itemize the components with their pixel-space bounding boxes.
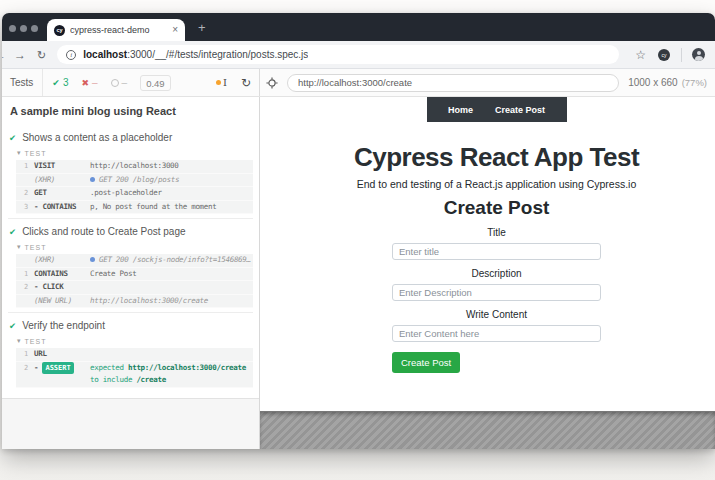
tab-title: cypress-react-demo <box>70 25 168 35</box>
title-input[interactable] <box>392 243 601 260</box>
header-divider <box>42 69 43 96</box>
form-heading: Create Post <box>392 197 601 219</box>
command-number <box>16 295 34 308</box>
command-row[interactable]: (XHR)GET 200 /sockjs-node/info?t=1546869… <box>16 254 253 268</box>
test-section-toggle[interactable]: ▾TEST <box>17 149 253 157</box>
command-message: http://localhost:3000/create <box>90 295 251 308</box>
traffic-light-dot[interactable] <box>9 25 16 32</box>
command-rows: 1VISIThttp://localhost:3000(XHR)GET 200 … <box>16 160 253 214</box>
url-text: localhost:3000/__/#/tests/integration/po… <box>83 49 308 60</box>
address-bar[interactable]: i localhost:3000/__/#/tests/integration/… <box>57 45 619 64</box>
passed-stat: ✔ 3 <box>52 77 68 88</box>
section-label: TEST <box>25 244 47 251</box>
assert-line-1: expected http://localhost:3000/create <box>90 362 251 375</box>
content-label: Write Content <box>392 309 601 320</box>
assert-actual: http://localhost:3000/create <box>128 363 246 372</box>
reporter-panel: A sample mini blog using React ✔Shows a … <box>2 97 260 449</box>
command-number <box>16 174 34 187</box>
viewport-size[interactable]: 1000 x 660 <box>628 77 678 88</box>
nav-link-create-post[interactable]: Create Post <box>495 105 545 115</box>
test-title: Verify the endpoint <box>22 320 105 331</box>
traffic-light-dot[interactable] <box>20 25 27 32</box>
runner-toolbar: Tests ✔ 3 ✖ – – 0.49 I ↻ <box>2 69 715 97</box>
pending-circle-icon <box>111 79 119 87</box>
bookmark-star-icon[interactable]: ☆ <box>635 48 646 62</box>
command-name: (XHR) <box>34 254 90 267</box>
test-title: Clicks and route to Create Post page <box>22 226 185 237</box>
browser-tab[interactable]: cy cypress-react-demo × <box>47 19 185 41</box>
profile-avatar-icon[interactable] <box>692 48 705 61</box>
test-section-toggle[interactable]: ▾TEST <box>17 337 253 345</box>
runner-content: A sample mini blog using React ✔Shows a … <box>2 97 715 449</box>
command-row[interactable]: 2GET.post-placeholder <box>16 187 253 201</box>
command-number: 2 <box>16 362 34 387</box>
xhr-status-dot-icon <box>90 177 95 182</box>
close-tab-icon[interactable]: × <box>172 25 178 35</box>
command-message: p, No post found at the moment <box>90 201 251 214</box>
command-row[interactable]: 1VISIThttp://localhost:3000 <box>16 160 253 174</box>
browser-window: cy cypress-react-demo × + ← → ↻ i localh… <box>2 13 715 449</box>
cypress-extension-icon[interactable]: cy <box>658 49 670 61</box>
duration-badge: 0.49 <box>140 75 171 91</box>
back-icon[interactable]: ← <box>2 49 6 61</box>
command-message <box>90 348 251 361</box>
reload-icon[interactable]: ↻ <box>37 49 46 61</box>
command-message: Create Post <box>90 268 251 281</box>
tab-strip: cy cypress-react-demo × + <box>2 13 715 41</box>
assert-dash: - <box>34 363 42 372</box>
command-row[interactable]: 1URL <box>16 348 253 362</box>
test-item: ✔Verify the endpoint▾TEST1URL2- ASSERTex… <box>8 312 253 388</box>
window-controls[interactable] <box>9 25 38 32</box>
forward-icon[interactable]: → <box>14 49 26 61</box>
command-message: http://localhost:3000 <box>90 160 251 173</box>
command-rows: 1URL2- ASSERTexpected http://localhost:3… <box>16 348 253 388</box>
command-row[interactable]: 1CONTAINSCreate Post <box>16 268 253 282</box>
create-post-button[interactable]: Create Post <box>392 352 460 373</box>
back-to-tests-link[interactable]: Tests <box>10 77 33 88</box>
command-message: GET 200 /sockjs-node/info?t=1546869… <box>90 254 251 267</box>
command-number: 1 <box>16 348 34 361</box>
test-item: ✔Clicks and route to Create Post page▾TE… <box>8 218 253 308</box>
command-name: GET <box>34 187 90 200</box>
command-row[interactable]: 2- CLICK <box>16 281 253 295</box>
new-tab-icon[interactable]: + <box>198 21 206 34</box>
command-row[interactable]: (XHR)GET 200 /blog/posts <box>16 174 253 188</box>
command-row[interactable]: 3- CONTAINSp, No post found at the momen… <box>16 201 253 215</box>
command-row[interactable]: (NEW URL)http://localhost:3000/create <box>16 295 253 309</box>
text-cursor-indicator[interactable]: I <box>216 77 227 88</box>
nav-link-home[interactable]: Home <box>448 105 473 115</box>
traffic-light-dot[interactable] <box>31 25 38 32</box>
test-section-toggle[interactable]: ▾TEST <box>17 243 253 251</box>
info-icon[interactable]: i <box>66 50 76 60</box>
section-label: TEST <box>25 150 47 157</box>
aut-stage: Home Create Post Cypress React App Test … <box>260 97 715 449</box>
failed-stat: ✖ – <box>81 77 97 88</box>
aut-url[interactable]: http://localhost:3000/create <box>287 74 619 92</box>
command-number: 2 <box>16 281 34 294</box>
command-number <box>16 254 34 267</box>
command-name: CONTAINS <box>34 268 90 281</box>
app-title: Cypress React App Test <box>278 142 715 173</box>
ibeam-cursor-icon: I <box>223 77 227 88</box>
assert-expected: /create <box>136 375 166 384</box>
content-input[interactable] <box>392 325 601 342</box>
command-name: (XHR) <box>34 174 90 187</box>
collapse-caret-icon: ▾ <box>17 243 21 251</box>
command-name: - CLICK <box>34 281 90 294</box>
restart-tests-icon[interactable]: ↻ <box>241 77 251 89</box>
description-input[interactable] <box>392 284 601 301</box>
assert-line-2: to include /create <box>90 374 251 387</box>
test-title-row[interactable]: ✔Verify the endpoint <box>8 319 253 333</box>
url-path: :3000/__/#/tests/integration/posts.spec.… <box>127 49 308 60</box>
selector-playground-icon[interactable] <box>266 77 278 89</box>
collapse-caret-icon: ▾ <box>17 149 21 157</box>
test-title-row[interactable]: ✔Shows a content as a placeholder <box>8 131 253 145</box>
command-row[interactable]: 2- ASSERTexpected http://localhost:3000/… <box>16 362 253 388</box>
pending-count: – <box>122 77 128 88</box>
assert-badge: ASSERT <box>42 362 73 375</box>
suite-title[interactable]: A sample mini blog using React <box>8 103 253 121</box>
xhr-status-dot-icon <box>90 257 95 262</box>
aut-iframe: Home Create Post Cypress React App Test … <box>260 97 715 411</box>
command-name: VISIT <box>34 160 90 173</box>
test-title-row[interactable]: ✔Clicks and route to Create Post page <box>8 225 253 239</box>
